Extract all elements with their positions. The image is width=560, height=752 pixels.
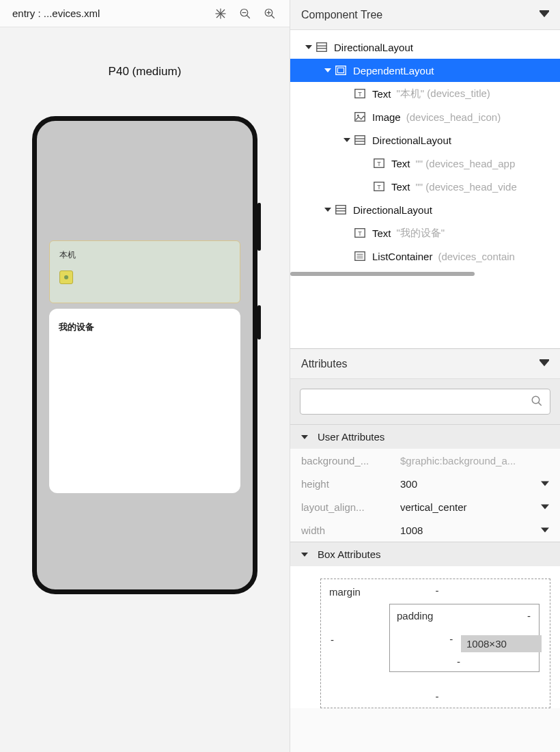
attributes-panel: Attributes User Attributes background_..… (290, 348, 560, 752)
attr-name: height (301, 478, 400, 490)
chevron-down-icon (301, 548, 308, 560)
layout-icon (315, 40, 328, 54)
card-my-devices[interactable]: 我的设备 (49, 309, 240, 493)
android-icon (59, 270, 73, 284)
chevron-down-icon[interactable] (541, 525, 549, 536)
layout-icon (353, 133, 367, 147)
attr-value[interactable]: 300 (400, 478, 541, 490)
device-label: P40 (medium) (0, 65, 290, 79)
user-attributes-group[interactable]: User Attributes (290, 424, 560, 449)
tree-item-label: Text (391, 158, 410, 169)
attributes-title: Attributes (301, 358, 348, 370)
svg-marker-17 (324, 68, 331, 72)
list-icon (353, 249, 367, 263)
text-icon: T (353, 87, 367, 100)
user-attributes-label: User Attributes (318, 431, 384, 443)
attr-row-layoutalign[interactable]: layout_align...vertical_center (290, 495, 560, 518)
svg-point-11 (64, 275, 68, 279)
attr-value[interactable]: $graphic:background_a... (400, 455, 549, 466)
margin-bottom-value: - (436, 691, 439, 702)
tree-item-hint: "" (devices_head_vide (416, 181, 517, 193)
attr-row-background[interactable]: background_...$graphic:background_a... (290, 449, 560, 472)
card-local-device[interactable]: 本机 (49, 240, 240, 303)
chevron-down-icon[interactable] (341, 137, 353, 143)
search-icon (531, 395, 543, 409)
attr-value[interactable]: vertical_center (400, 501, 541, 513)
svg-text:T: T (377, 184, 381, 191)
tree-row-image[interactable]: Image(devices_head_icon) (290, 105, 560, 128)
preview-pane: entry : ...evices.xml P40 (medium) 本机 我的… (0, 0, 290, 752)
tree-row-directionallayout[interactable]: DirectionalLayout (290, 36, 560, 59)
preview-topbar: entry : ...evices.xml (0, 0, 290, 27)
snowflake-icon[interactable] (213, 6, 228, 21)
attributes-header[interactable]: Attributes (290, 349, 560, 379)
tree-item-hint: (devices_head_icon) (406, 111, 501, 123)
padding-bottom-value: - (457, 656, 460, 667)
text-icon: T (372, 156, 386, 170)
chevron-down-icon[interactable] (541, 501, 549, 513)
tree-row-text[interactable]: TText"我的设备" (290, 221, 560, 245)
box-attributes-group[interactable]: Box Attributes (290, 542, 560, 566)
tree-item-label: DirectionalLayout (353, 204, 432, 216)
tree-item-label: Image (372, 111, 401, 123)
margin-label: margin (329, 586, 361, 598)
attr-value[interactable]: 1008 (400, 525, 541, 536)
chevron-down-icon[interactable] (322, 206, 334, 213)
tree-item-label: ListContainer (372, 251, 432, 262)
image-icon (353, 110, 367, 124)
tree-item-label: Text (372, 88, 391, 100)
chevron-down-icon[interactable] (322, 67, 334, 74)
svg-marker-46 (541, 481, 549, 486)
attr-name: background_... (301, 455, 400, 466)
phone-frame: 本机 我的设备 (32, 116, 257, 594)
tree-row-text[interactable]: TText"本机" (devices_title) (290, 82, 560, 105)
collapse-icon[interactable] (540, 9, 549, 21)
svg-marker-42 (540, 359, 549, 365)
attributes-search[interactable] (300, 389, 550, 415)
attr-row-height[interactable]: height300 (290, 472, 560, 495)
component-tree-header[interactable]: Component Tree (290, 0, 560, 30)
chevron-down-icon (301, 431, 308, 443)
preview-filename: entry : ...evices.xml (12, 8, 100, 19)
svg-rect-19 (338, 68, 344, 72)
tree-row-directionallayout[interactable]: DirectionalLayout (290, 198, 560, 221)
svg-text:T: T (358, 91, 362, 98)
tree-row-dependentlayout[interactable]: DependentLayout (290, 59, 560, 82)
layout-icon (334, 203, 348, 217)
margin-left-value: - (331, 634, 334, 645)
tree-row-directionallayout[interactable]: DirectionalLayout (290, 128, 560, 152)
svg-marker-45 (301, 435, 308, 439)
tree-item-hint: "" (devices_head_app (416, 158, 516, 169)
svg-marker-32 (324, 208, 331, 212)
svg-line-8 (271, 15, 275, 18)
svg-marker-48 (541, 527, 549, 532)
svg-text:T: T (377, 161, 381, 167)
svg-rect-25 (355, 136, 365, 145)
box-size-value: 1008×30 (461, 635, 542, 652)
svg-marker-13 (305, 45, 312, 49)
card-my-devices-title: 我的设备 (59, 321, 231, 333)
tree-item-label: DirectionalLayout (334, 42, 413, 53)
padding-left-value: - (449, 633, 453, 645)
box-attributes-label: Box Attributes (318, 548, 381, 560)
margin-top-value: - (436, 585, 439, 596)
tree-item-label: DirectionalLayout (372, 135, 451, 146)
tree-row-text[interactable]: TText"" (devices_head_vide (290, 175, 560, 198)
tree-row-text[interactable]: TText"" (devices_head_app (290, 152, 560, 175)
tree-item-hint: "本机" (devices_title) (397, 87, 490, 100)
attr-row-width[interactable]: width1008 (290, 518, 560, 542)
collapse-icon[interactable] (540, 358, 549, 370)
tree-item-hint: "我的设备" (397, 227, 445, 240)
tree-scrollbar[interactable] (290, 272, 475, 276)
attr-name: width (301, 525, 400, 536)
svg-line-44 (538, 402, 542, 406)
tree-row-listcontainer[interactable]: ListContainer(devices_contain (290, 245, 560, 268)
zoom-in-icon[interactable] (262, 6, 277, 21)
box-model-diagram: margin - - - padding - - - 1008×30 (290, 566, 560, 708)
tree-item-label: Text (372, 227, 391, 239)
chevron-down-icon[interactable] (303, 44, 315, 51)
text-icon: T (372, 180, 386, 193)
zoom-out-icon[interactable] (238, 6, 253, 21)
chevron-down-icon[interactable] (541, 478, 549, 490)
search-input[interactable] (307, 395, 531, 408)
